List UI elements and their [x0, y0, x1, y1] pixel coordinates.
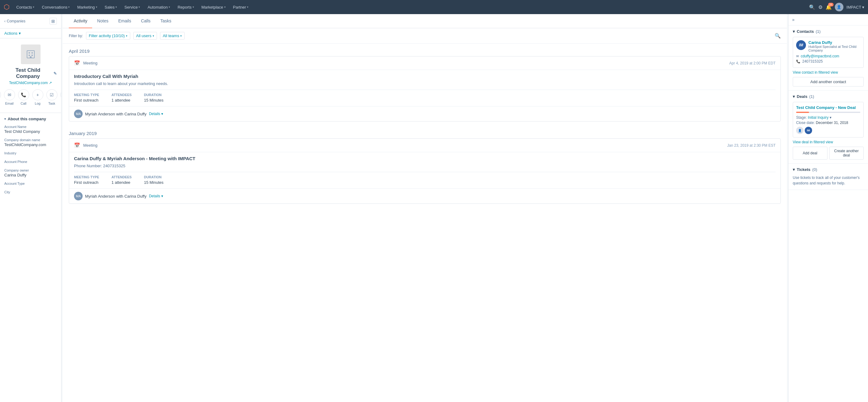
tab-emails[interactable]: Emails — [113, 14, 136, 28]
teams-filter-dropdown[interactable]: All teams ▾ — [160, 32, 185, 40]
contact-card-header: IM Carina Duffy HubSpot Specialist at Te… — [796, 40, 860, 52]
contact-card-carina: IM Carina Duffy HubSpot Specialist at Te… — [793, 37, 864, 68]
deal-action-buttons: Add deal Create another deal — [793, 147, 864, 160]
back-to-companies-button[interactable]: ‹ Companies — [4, 19, 26, 23]
account-caret: ▾ — [862, 5, 864, 9]
activity-tabs: Activity Notes Emails Calls Tasks — [63, 14, 787, 28]
nav-service[interactable]: Service ▾ — [121, 4, 143, 11]
contacts-section-header[interactable]: ▾ Contacts (1) — [793, 29, 864, 34]
tab-calls[interactable]: Calls — [136, 14, 155, 28]
company-domain-field: Company domain name TestChildCompany.com — [4, 138, 57, 147]
view-toggle-button[interactable]: ⊞ — [50, 18, 57, 25]
details-caret-icon-2: ▾ — [161, 194, 163, 198]
deal-progress-fill — [796, 112, 809, 113]
actions-caret-icon: ▾ — [19, 31, 21, 36]
nav-marketing-caret: ▾ — [96, 5, 97, 9]
contact-name[interactable]: Carina Duffy — [808, 40, 860, 45]
call-button[interactable]: 📞 Call — [18, 89, 29, 105]
contacts-chevron-icon: ▾ — [793, 29, 795, 34]
edit-company-name-icon[interactable]: ✎ — [54, 71, 57, 76]
tab-activity[interactable]: Activity — [69, 14, 92, 28]
phone-icon: 📞 — [796, 60, 800, 64]
month-april-2019: April 2019 — [69, 43, 781, 56]
company-name: Test Child Company ✎ — [4, 67, 57, 79]
actions-dropdown-button[interactable]: Actions ▾ — [0, 29, 61, 38]
nav-automation[interactable]: Automation ▾ — [144, 4, 173, 11]
search-icon[interactable]: 🔍 — [809, 4, 815, 10]
timeline: April 2019 📅 Meeting Apr 4, 2019 at 2:00… — [63, 43, 787, 204]
activity-card-2-meta: Meeting Type First outreach Attendees 1 … — [74, 172, 776, 185]
nav-marketplace[interactable]: Marketplace ▾ — [198, 4, 229, 11]
company-quick-actions: ✏ Note ✉ Email 📞 Call + Log ☑ Task — [0, 89, 61, 105]
deal-stage-value[interactable]: Initial Inquiry — [808, 115, 828, 120]
notifications[interactable]: 🔔 25 — [826, 4, 832, 10]
account-name[interactable]: IMPACT ▾ — [846, 5, 864, 9]
deals-section: ▾ Deals (1) Test Child Company - New Dea… — [788, 91, 868, 164]
task-button[interactable]: ☑ Task — [46, 89, 57, 105]
nav-reports[interactable]: Reports ▾ — [175, 4, 197, 11]
nav-service-caret: ▾ — [138, 5, 140, 9]
activity-owner-avatar-2: MA — [74, 192, 83, 200]
back-arrow-icon: ‹ — [4, 19, 5, 23]
nav-partner[interactable]: Partner ▾ — [230, 4, 252, 11]
add-contact-button[interactable]: Add another contact — [793, 77, 864, 87]
user-avatar[interactable]: 👤 — [835, 3, 843, 11]
activity-card-1: 📅 Meeting Apr 4, 2019 at 2:00 PM EDT Int… — [69, 56, 781, 122]
nav-partner-caret: ▾ — [247, 5, 248, 9]
nav-sales[interactable]: Sales ▾ — [102, 4, 120, 11]
deal-owner-avatars: 👤 IM — [796, 127, 860, 134]
nav-conversations[interactable]: Conversations ▾ — [39, 4, 73, 11]
notification-count: 25 — [828, 3, 834, 6]
note-button[interactable]: ✏ Note — [0, 89, 1, 105]
tickets-chevron-icon: ▾ — [793, 167, 795, 172]
teams-filter-caret: ▾ — [180, 34, 182, 37]
contact-phone: 📞 2407315325 — [796, 59, 860, 64]
nav-marketing[interactable]: Marketing ▾ — [74, 4, 100, 11]
add-deal-button[interactable]: Add deal — [793, 147, 828, 160]
left-sidebar: ‹ Companies ⊞ Actions ▾ Test Child — [0, 14, 61, 402]
activity-filter-dropdown[interactable]: Filter activity (10/10) ▾ — [86, 32, 130, 40]
svg-rect-2 — [31, 52, 33, 54]
deal-name[interactable]: Test Child Company - New Deal — [796, 105, 860, 110]
company-owner-field: Company owner Carina Duffy — [4, 168, 57, 177]
deal-owner-avatar-1: 👤 — [796, 127, 804, 134]
deals-section-header[interactable]: ▾ Deals (1) — [793, 94, 864, 99]
settings-icon[interactable]: ⚙ — [818, 4, 823, 10]
svg-rect-3 — [29, 55, 30, 56]
contact-avatar: IM — [796, 40, 806, 50]
company-profile: Test Child Company ✎ TestChildCompany.co… — [0, 38, 61, 113]
sidebar-header: ‹ Companies ⊞ — [0, 14, 61, 29]
contact-info: Carina Duffy HubSpot Specialist at Test … — [808, 40, 860, 52]
tab-tasks[interactable]: Tasks — [155, 14, 176, 28]
activity-owner-avatar-1: MA — [74, 109, 83, 118]
about-section-toggle[interactable]: ▾ About this company — [4, 116, 57, 121]
activity-card-2: 📅 Meeting Jan 23, 2019 at 2:30 PM EST Ca… — [69, 138, 781, 204]
activity-search-icon[interactable]: 🔍 — [775, 33, 781, 39]
create-another-deal-button[interactable]: Create another deal — [829, 147, 864, 160]
sidebar-collapse-toggle[interactable]: » — [788, 14, 868, 26]
activity-details-button-2[interactable]: Details ▾ — [149, 194, 163, 198]
email-icon: ✉ — [796, 54, 799, 58]
activity-details-button-1[interactable]: Details ▾ — [149, 112, 163, 116]
users-filter-dropdown[interactable]: All users ▾ — [133, 32, 157, 40]
log-button[interactable]: + Log — [32, 89, 43, 105]
nav-contacts[interactable]: Contacts ▾ — [13, 4, 37, 11]
account-name-field: Account Name Test Child Company ⧉ — [4, 125, 57, 134]
tickets-section-header[interactable]: ▾ Tickets (0) — [793, 167, 864, 172]
activity-owner-name-2: Myriah Anderson with Carina Duffy — [85, 194, 147, 199]
deals-chevron-icon: ▾ — [793, 94, 795, 99]
email-button[interactable]: ✉ Email — [4, 89, 15, 105]
view-deal-filtered-link[interactable]: View deal in filtered view — [793, 140, 864, 144]
company-url-link[interactable]: TestChildCompany.com — [9, 81, 48, 85]
nav-automation-caret: ▾ — [168, 5, 170, 9]
activity-card-2-header: 📅 Meeting Jan 23, 2019 at 2:30 PM EST — [69, 139, 780, 152]
meeting-icon: 📅 — [74, 60, 80, 66]
contact-email-link[interactable]: cduffy@impactbnd.com — [801, 54, 839, 58]
about-section: ▾ About this company Account Name Test C… — [0, 113, 61, 203]
view-contact-filtered-link[interactable]: View contact in filtered view — [793, 70, 864, 74]
tickets-empty-text: Use tickets to track all of your custome… — [793, 175, 864, 186]
hubspot-logo[interactable]: ⬡ — [4, 3, 9, 11]
tab-notes[interactable]: Notes — [92, 14, 113, 28]
double-chevron-icon: » — [792, 17, 795, 22]
company-url: TestChildCompany.com ↗ — [9, 81, 52, 85]
